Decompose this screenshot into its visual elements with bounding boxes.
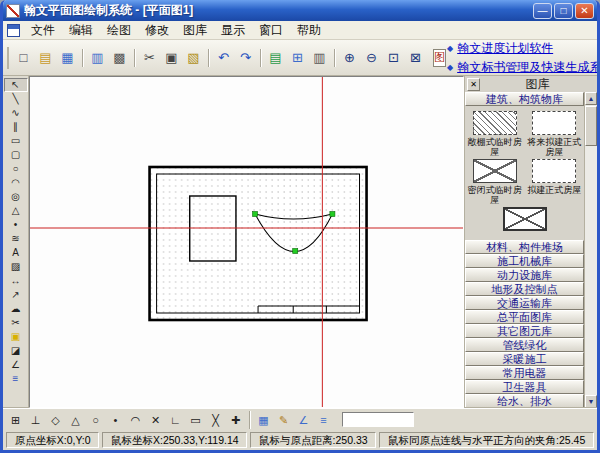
fill-color-tool[interactable]: ▣ [4,330,28,344]
redo-button[interactable]: ↷ [235,47,256,68]
copy-button[interactable]: ▣ [161,47,182,68]
print-button[interactable]: ▩ [109,47,130,68]
close-button[interactable]: ✕ [575,3,594,19]
snap-grid-button[interactable]: ⊞ [6,411,25,429]
print-preview-button[interactable]: ▥ [87,47,108,68]
zoom-window-button[interactable]: ⊡ [383,47,404,68]
measure-tool-button[interactable]: ▦ [254,411,273,429]
line-tool[interactable]: ╲ [4,92,28,106]
snap-nearest-button[interactable]: ╳ [206,411,225,429]
spline-tool[interactable]: ≋ [4,232,28,246]
polyline-tool[interactable]: ∿ [4,106,28,120]
category-8[interactable]: 采暖施工 [465,352,584,366]
library-item-0[interactable]: 敞棚式临时房屋 [467,111,522,157]
minimize-button[interactable]: — [533,3,552,19]
new-button[interactable]: □ [13,47,34,68]
zoom-out-button[interactable]: ⊖ [361,47,382,68]
maximize-button[interactable]: □ [554,3,573,19]
category-1[interactable]: 施工机械库 [465,254,584,268]
snap-quadrant-button[interactable]: ◠ [126,411,145,429]
zoom-in-button[interactable]: ⊕ [339,47,360,68]
ellipse-tool[interactable]: ○ [4,162,28,176]
scrollbar-thumb[interactable] [585,106,597,146]
snap-tangent-button[interactable]: ▭ [186,411,205,429]
scroll-down-icon[interactable]: ▼ [585,395,597,408]
layers-tool[interactable]: ≡ [4,372,28,386]
hatch-tool[interactable]: ▨ [4,260,28,274]
category-4[interactable]: 交通运输库 [465,296,584,310]
snap-ortho-button[interactable]: ⊥ [26,411,45,429]
cut-button[interactable]: ✂ [139,47,160,68]
snap-center-button[interactable]: ○ [86,411,105,429]
eraser-tool[interactable]: ◪ [4,344,28,358]
library-item-3[interactable]: 拟建正式房屋 [527,159,582,205]
category-6[interactable]: 其它图元库 [465,324,584,338]
category-7[interactable]: 管线绿化 [465,338,584,352]
measure-tool[interactable]: ∠ [4,358,28,372]
snap-midpoint-button[interactable]: △ [66,411,85,429]
menu-item-5[interactable]: 显示 [214,20,252,41]
category-10[interactable]: 卫生器具 [465,380,584,394]
grid-toggle-button[interactable]: ⊞ [287,47,308,68]
undo-button[interactable]: ↶ [213,47,234,68]
angle-tool-button[interactable]: ∠ [294,411,313,429]
document-icon[interactable] [7,24,20,37]
category-3[interactable]: 地形及控制点 [465,282,584,296]
library-item-2[interactable]: 密闭式临时房屋 [467,159,522,205]
snap-endpoint-button[interactable]: ◇ [46,411,65,429]
panel-close-button[interactable]: ✕ [467,78,480,91]
promo-link-text-1[interactable]: 翰文标书管理及快速生成系统 [457,59,600,76]
parallel-line-tool[interactable]: ∥ [4,120,28,134]
menu-item-2[interactable]: 绘图 [100,20,138,41]
circle-tool[interactable]: ◎ [4,190,28,204]
zoom-all-button[interactable]: ⊠ [405,47,426,68]
menu-item-3[interactable]: 修改 [138,20,176,41]
grip-handle[interactable] [293,249,298,254]
revision-cloud-tool[interactable]: ☁ [4,302,28,316]
menu-item-0[interactable]: 文件 [24,20,62,41]
scrollbar-track[interactable] [585,105,597,395]
promo-link-text-0[interactable]: 翰文进度计划软件 [457,40,553,57]
category-5[interactable]: 总平面图库 [465,310,584,324]
point-tool[interactable]: • [4,218,28,232]
drawing-canvas[interactable] [30,77,463,407]
library-item-4[interactable] [497,207,552,233]
category-2[interactable]: 动力设施库 [465,268,584,282]
rectangle-tool[interactable]: ▭ [4,134,28,148]
trim-tool[interactable]: ✂ [4,316,28,330]
scroll-up-icon[interactable]: ▲ [585,92,597,105]
open-button[interactable]: ▤ [35,47,56,68]
menu-item-1[interactable]: 编辑 [62,20,100,41]
save-button[interactable]: ▦ [57,47,78,68]
category-11[interactable]: 给水、排水 [465,394,584,408]
menu-item-6[interactable]: 窗口 [252,20,290,41]
category-0[interactable]: 材料、构件堆场 [465,240,584,254]
panel-scrollbar[interactable]: ▲ ▼ [584,92,597,408]
rounded-rectangle-tool[interactable]: ▢ [4,148,28,162]
category-9[interactable]: 常用电器 [465,366,584,380]
text-tool[interactable]: A [4,246,28,260]
menu-item-7[interactable]: 帮助 [290,20,328,41]
coordinate-input[interactable] [342,412,414,427]
library-toggle-button[interactable]: 图 [433,49,446,67]
drawing-area[interactable] [29,76,464,408]
grip-handle[interactable] [330,212,335,217]
snap-none-button[interactable]: ✚ [226,411,245,429]
grip-handle[interactable] [253,212,258,217]
layer-manager-button[interactable]: ▤ [265,47,286,68]
select-tool[interactable]: ↖ [4,78,28,92]
list-tool-button[interactable]: ≡ [314,411,333,429]
category-buildings[interactable]: 建筑、构筑物库 [465,92,584,106]
snap-intersection-button[interactable]: ✕ [146,411,165,429]
dimension-tool[interactable]: ↔ [4,274,28,288]
menu-item-4[interactable]: 图库 [176,20,214,41]
panel-toggle-button[interactable]: ▥ [309,47,330,68]
library-item-1[interactable]: 将来拟建正式房屋 [527,111,582,157]
snap-node-button[interactable]: • [106,411,125,429]
paste-button[interactable]: ▧ [183,47,204,68]
arc-tool[interactable]: ◠ [4,176,28,190]
polygon-tool[interactable]: △ [4,204,28,218]
pen-tool-button[interactable]: ✎ [274,411,293,429]
leader-tool[interactable]: ↗ [4,288,28,302]
snap-perpendicular-button[interactable]: ∟ [166,411,185,429]
